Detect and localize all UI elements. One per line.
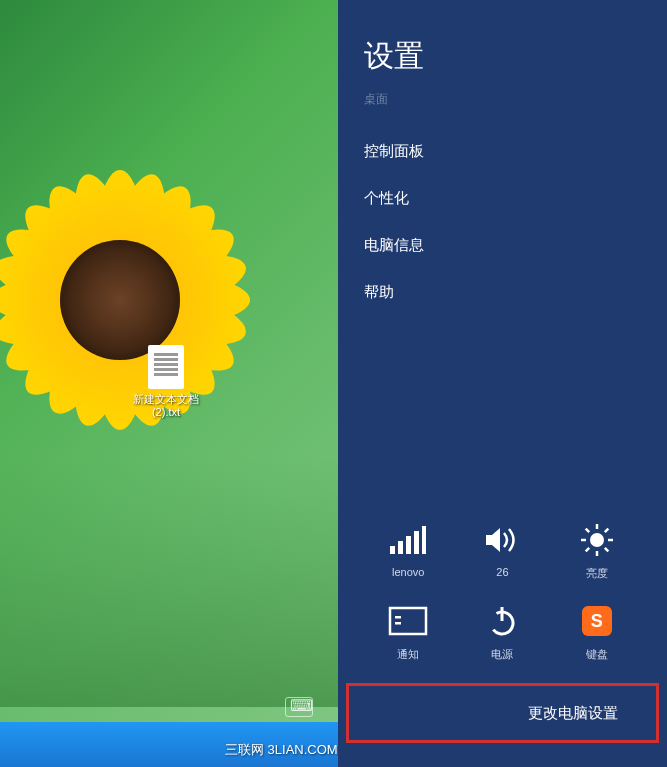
text-file-icon (148, 345, 184, 389)
tile-keyboard[interactable]: S 键盘 (555, 601, 639, 662)
svg-rect-4 (422, 526, 426, 554)
tile-brightness[interactable]: 亮度 (555, 520, 639, 581)
svg-rect-3 (414, 531, 419, 554)
tile-notifications[interactable]: 通知 (366, 601, 450, 662)
svg-line-10 (586, 529, 590, 533)
notifications-icon (366, 601, 450, 641)
panel-title: 设置 (338, 0, 667, 91)
power-icon (460, 601, 544, 641)
ime-icon: S (555, 601, 639, 641)
touch-keyboard-icon[interactable] (285, 697, 313, 717)
svg-rect-15 (395, 616, 401, 619)
sogou-badge: S (582, 606, 612, 636)
change-pc-settings-label: 更改电脑设置 (528, 704, 618, 723)
svg-rect-2 (406, 536, 411, 554)
svg-rect-16 (395, 622, 401, 625)
svg-rect-0 (390, 546, 395, 554)
settings-charm-panel: 设置 桌面 控制面板 个性化 电脑信息 帮助 lenovo (338, 0, 667, 767)
svg-rect-1 (398, 541, 403, 554)
panel-subtitle: 桌面 (338, 91, 667, 128)
tile-volume[interactable]: 26 (460, 520, 544, 581)
desktop-file-icon[interactable]: 新建文本文档 (2).txt (125, 345, 207, 419)
tile-brightness-label: 亮度 (555, 566, 639, 581)
link-control-panel[interactable]: 控制面板 (364, 128, 667, 175)
svg-rect-14 (390, 608, 426, 634)
brightness-icon (555, 520, 639, 560)
speaker-icon (460, 520, 544, 560)
link-pc-info[interactable]: 电脑信息 (364, 222, 667, 269)
svg-line-13 (605, 529, 609, 533)
change-pc-settings-button[interactable]: 更改电脑设置 (346, 683, 659, 743)
settings-tiles: lenovo 26 (338, 520, 667, 662)
signal-bars-icon (366, 520, 450, 560)
link-help[interactable]: 帮助 (364, 269, 667, 316)
panel-links: 控制面板 个性化 电脑信息 帮助 (338, 128, 667, 316)
wallpaper-sunflower (0, 130, 290, 470)
file-label: 新建文本文档 (2).txt (125, 393, 207, 419)
tile-power-label: 电源 (460, 647, 544, 662)
tile-network[interactable]: lenovo (366, 520, 450, 581)
desktop-wallpaper: 新建文本文档 (2).txt 三联网 3LIAN.COM (0, 0, 338, 767)
tile-network-label: lenovo (366, 566, 450, 578)
svg-point-5 (590, 533, 604, 547)
svg-line-11 (605, 548, 609, 552)
watermark-text: 三联网 3LIAN.COM (225, 741, 338, 759)
wallpaper-grass (0, 457, 338, 707)
tile-volume-label: 26 (460, 566, 544, 578)
tile-notifications-label: 通知 (366, 647, 450, 662)
tile-power[interactable]: 电源 (460, 601, 544, 662)
svg-line-12 (586, 548, 590, 552)
tile-keyboard-label: 键盘 (555, 647, 639, 662)
link-personalization[interactable]: 个性化 (364, 175, 667, 222)
